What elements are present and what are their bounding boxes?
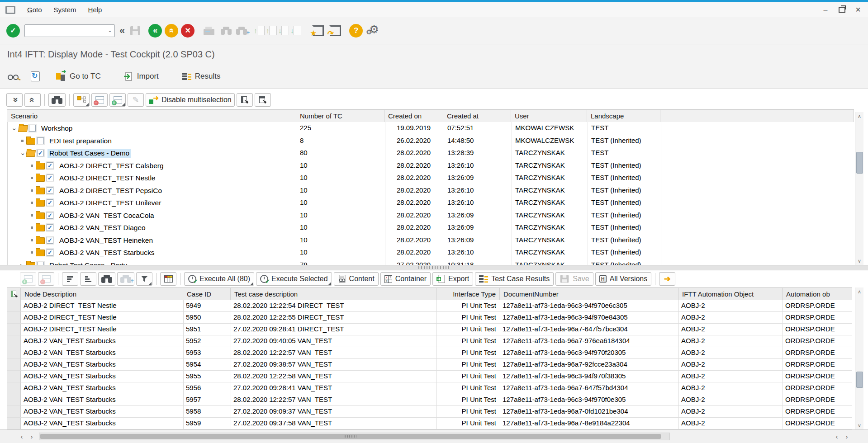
row-selector-cell[interactable] (7, 359, 21, 370)
views-button[interactable] (160, 272, 176, 286)
sort-descending-button[interactable] (80, 272, 96, 286)
next-page-icon[interactable]: ↓ (281, 26, 289, 35)
first-page-icon[interactable]: ↑ (257, 26, 265, 35)
add-rows-button[interactable]: + (109, 93, 126, 107)
row-selector-cell[interactable] (7, 418, 21, 429)
collapse-node-icon[interactable]: ⌄ (20, 149, 26, 157)
display-change-icon[interactable] (7, 72, 21, 80)
export-button[interactable]: Export (432, 272, 473, 286)
close-button[interactable]: × (852, 5, 864, 15)
back-icon[interactable]: « (148, 24, 162, 38)
container-button[interactable]: x?= Container (380, 272, 431, 286)
grid-vertical-scrollbar[interactable]: ∧ ∨ (855, 287, 863, 429)
tree-row[interactable]: EDI test preparation826.02.202014:48:50M… (8, 135, 854, 147)
tree-row[interactable]: ✓AOBJ-2 DIRECT_TEST Unilever1028.02.2020… (8, 197, 854, 209)
scrollbar-thumb[interactable] (856, 372, 863, 388)
grid-row[interactable]: AOBJ-2 VAN_TEST Starbucks595328.02.2020 … (7, 347, 852, 359)
node-checkbox[interactable] (29, 125, 36, 132)
disable-multiselection-button[interactable]: ➜ Disable multiselection (146, 93, 235, 107)
go-to-tc-button[interactable]: ➜ Go to TC (56, 72, 101, 81)
menu-system[interactable]: System (54, 6, 76, 14)
grid-column-header[interactable]: Interface Type (436, 288, 500, 300)
tree-node-label[interactable]: Robot Test Cases - Party (47, 261, 129, 265)
find-next-icon[interactable]: + (236, 27, 247, 35)
scroll-left-icon[interactable]: ‹ (832, 432, 841, 441)
grid-row[interactable]: AOBJ-2 VAN_TEST Starbucks595627.02.2020 … (7, 382, 852, 394)
node-checkbox[interactable] (37, 262, 44, 265)
help-icon[interactable]: ? (349, 24, 363, 38)
tree-node-label[interactable]: AOBJ-2 DIRECT_TEST Calsberg (57, 161, 166, 170)
tree-row[interactable]: ⌄Workshop22519.09.201907:52:51MKOWALCZEW… (8, 122, 854, 135)
tree-row[interactable]: ✓AOBJ-2 DIRECT_TEST Nestle1028.02.202013… (8, 172, 854, 184)
tree-row[interactable]: ⌄✓Robot Test Cases - Demo8028.02.202013:… (8, 147, 854, 160)
tree-row[interactable]: ✓AOBJ-2 VAN_TEST Starbucks1028.02.202013… (8, 246, 854, 259)
grid-row[interactable]: AOBJ-2 VAN_TEST Starbucks595227.02.2020 … (7, 335, 852, 347)
grid-row[interactable]: AOBJ-2 VAN_TEST Starbucks595528.02.2020 … (7, 371, 852, 382)
add-row-button[interactable]: + (20, 272, 36, 286)
tree-row[interactable]: ✓AOBJ-2 DIRECT_TEST PepsiCo1028.02.20201… (8, 184, 854, 197)
execute-all-button[interactable]: ✓ Execute All (80) (184, 272, 254, 286)
scroll-up-icon[interactable]: ∧ (855, 112, 863, 120)
results-button[interactable]: Results (182, 72, 221, 81)
test-case-results-button[interactable]: Test Case Results (475, 272, 554, 286)
find-button[interactable] (98, 272, 115, 286)
horizontal-scrollbar[interactable] (39, 433, 670, 440)
row-selector-cell[interactable] (7, 371, 21, 382)
node-checkbox[interactable]: ✓ (47, 199, 53, 206)
node-checkbox[interactable]: ✓ (47, 212, 53, 219)
import-button[interactable]: Import (123, 72, 159, 81)
grid-column-header[interactable]: DocumentNumber (500, 288, 678, 300)
node-checkbox[interactable]: ✓ (47, 224, 53, 231)
chevron-down-icon[interactable]: ⌄ (108, 27, 112, 33)
grid-column-header[interactable]: Case ID (183, 288, 231, 300)
scrollbar-thumb[interactable] (40, 434, 661, 439)
save-icon[interactable] (130, 26, 140, 35)
exit-icon[interactable]: « (165, 24, 178, 38)
tree-node-label[interactable]: Robot Test Cases - Demo (47, 149, 131, 158)
find-button[interactable] (48, 93, 66, 107)
scroll-down-icon[interactable]: ∨ (855, 421, 863, 429)
sort-ascending-button[interactable] (62, 272, 78, 286)
row-selector-cell[interactable] (7, 312, 21, 323)
tree-column-header[interactable] (660, 110, 854, 122)
row-selector-cell[interactable] (7, 300, 21, 311)
command-history-collapse-icon[interactable]: « (119, 26, 125, 36)
tree-node-label[interactable]: EDI test preparation (47, 137, 114, 146)
scroll-down-icon[interactable]: ∨ (855, 257, 863, 265)
tree-node-label[interactable]: AOBJ-2 VAN_TEST CocaCola (57, 211, 156, 220)
collapse-node-icon[interactable]: ⌄ (11, 124, 17, 132)
node-checkbox[interactable]: ✓ (47, 174, 53, 181)
row-selector-cell[interactable] (7, 324, 21, 335)
enter-check-icon[interactable]: ✓ (6, 24, 20, 38)
grid-column-header[interactable]: Automation ob (783, 288, 852, 300)
remove-row-button[interactable]: − (38, 272, 54, 286)
session-icon[interactable] (5, 6, 15, 14)
tree-vertical-scrollbar[interactable]: ∧ ∨ (855, 112, 863, 265)
tree-node-label[interactable]: AOBJ-2 DIRECT_TEST Nestle (57, 174, 157, 183)
expand-all-button[interactable]: « (6, 93, 23, 107)
node-checkbox[interactable]: ✓ (37, 150, 44, 156)
find-next-button[interactable]: + (117, 272, 134, 286)
maximize-button[interactable] (835, 5, 848, 15)
splitter-grip[interactable] (418, 266, 450, 269)
grid-column-header[interactable]: Node Description (21, 288, 183, 300)
grid-row[interactable]: AOBJ-2 VAN_TEST Starbucks595927.02.2020 … (7, 418, 852, 429)
filter-button[interactable] (136, 272, 152, 286)
grid-column-header[interactable]: IFTT Automation Object (678, 288, 783, 300)
grid-row[interactable]: AOBJ-2 VAN_TEST Starbucks595427.02.2020 … (7, 359, 852, 371)
tree-row[interactable]: ✓AOBJ-2 DIRECT_TEST Calsberg1028.02.2020… (8, 160, 854, 172)
grid-row[interactable]: AOBJ-2 DIRECT_TEST Nestle595127.02.2020 … (7, 324, 852, 335)
save-button[interactable]: Save (555, 272, 593, 286)
scroll-up-icon[interactable]: ∧ (855, 287, 863, 296)
minimize-button[interactable]: – (819, 5, 832, 15)
content-button[interactable]: Content (334, 272, 379, 286)
previous-page-icon[interactable]: ↑ (269, 26, 277, 35)
node-checkbox[interactable]: ✓ (47, 249, 53, 256)
row-selector-cell[interactable] (7, 406, 21, 417)
menu-help[interactable]: Help (88, 6, 102, 14)
tree-row[interactable]: ✓AOBJ-2 VAN_TEST Diageo1028.02.202013:26… (8, 222, 854, 234)
grid-column-header[interactable]: Test case description (231, 288, 436, 300)
grid-row[interactable]: AOBJ-2 DIRECT_TEST Nestle594928.02.2020 … (7, 300, 852, 312)
print-icon[interactable] (204, 29, 214, 35)
node-checkbox[interactable]: ✓ (47, 237, 53, 244)
